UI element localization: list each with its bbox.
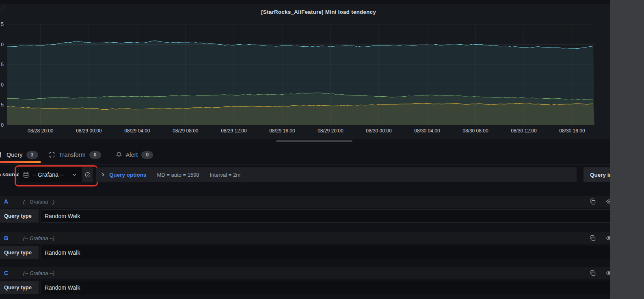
y-axis-tick-label: 5	[0, 102, 4, 108]
panel-title: [StarRocks_AliFeature] Mini load tendenc…	[13, 9, 624, 15]
query-type-label: Query type	[0, 209, 39, 223]
x-axis-tick-label: 08/29 04:00	[124, 128, 150, 134]
query-ref-letter: B	[4, 235, 8, 241]
x-axis-tick-label: 08/30 08:00	[462, 128, 488, 134]
query-options-interval: Interval = 2m	[210, 172, 241, 178]
duplicate-query-icon[interactable]	[590, 270, 596, 276]
x-axis-tick-label: 08/29 08:00	[173, 128, 198, 134]
query-type-label: Query type	[0, 246, 39, 259]
duplicate-query-icon[interactable]	[590, 198, 596, 205]
x-axis-tick-label: 08/30 16:00	[559, 128, 585, 134]
query-row-header-b[interactable]: B (-- Grafana --)	[0, 232, 613, 244]
query-type-select[interactable]: Random Walk	[41, 209, 613, 223]
tab-alert-count-badge: 0	[141, 151, 153, 159]
scrollbar-handle[interactable]	[276, 140, 352, 142]
tab-transform-count-badge: 0	[89, 151, 101, 159]
query-row-header-a[interactable]: A (-- Grafana --)	[0, 196, 613, 208]
query-datasource-text: (-- Grafana --)	[23, 236, 54, 241]
database-icon	[23, 171, 29, 178]
active-tab-underline	[0, 161, 41, 163]
angle-right-icon	[101, 173, 105, 177]
y-axis-tick-label: 0	[0, 42, 4, 48]
time-series-plot[interactable]	[7, 24, 594, 125]
x-axis-tick-label: 08/29 16:00	[269, 128, 295, 134]
side-gray-strip	[610, 0, 644, 299]
datasource-value: -- Grafana --	[32, 171, 64, 178]
tab-alert[interactable]: Alert 0	[111, 145, 158, 164]
panel-corner	[0, 5, 6, 12]
x-axis-tick-label: 08/29 00:00	[76, 128, 102, 134]
x-axis-tick-label: 08/29 12:00	[221, 128, 246, 134]
query-datasource-text: (-- Grafana --)	[23, 199, 54, 205]
datasource-help-button[interactable]: ?	[82, 167, 93, 182]
grafana-panel-editor: [StarRocks_AliFeature] Mini load tendenc…	[0, 0, 644, 299]
question-circle-icon: ?	[85, 171, 91, 178]
datasource-row: Data source -- Grafana -- ?	[0, 167, 610, 182]
query-datasource-text: (-- Grafana --)	[23, 271, 54, 276]
x-axis-tick-label: 08/30 12:00	[511, 128, 536, 134]
datasource-picker[interactable]: -- Grafana --	[19, 167, 81, 182]
x-axis-tick-label: 08/30 00:00	[366, 128, 391, 134]
svg-text:?: ?	[87, 173, 89, 177]
query-type-select[interactable]: Random Walk	[41, 281, 613, 294]
chart-panel: [StarRocks_AliFeature] Mini load tendenc…	[0, 4, 610, 139]
query-editor-section: Data source -- Grafana -- ?	[0, 165, 644, 299]
duplicate-query-icon[interactable]	[590, 235, 596, 241]
query-type-select[interactable]: Random Walk	[41, 246, 613, 259]
editor-tabbar: Query 3 Transform 0 Alert 0	[0, 145, 610, 165]
datasource-label: Data source	[0, 171, 19, 178]
x-axis-tick-label: 08/30 04:00	[414, 128, 440, 134]
query-ref-letter: A	[4, 198, 8, 205]
tab-alert-label: Alert	[126, 152, 138, 158]
query-options-md: MD = auto = 1598	[157, 172, 199, 178]
x-axis-tick-label: 08/29 20:00	[318, 128, 343, 134]
chevron-down-icon	[72, 172, 77, 177]
database-icon	[0, 152, 2, 158]
tab-query-count-badge: 3	[26, 151, 38, 159]
query-row-header-c[interactable]: C (-- Grafana --)	[0, 267, 613, 279]
y-axis-tick-label: 5	[0, 62, 4, 67]
y-axis-tick-label: 0	[0, 82, 4, 88]
y-axis-tick-label: 0	[0, 122, 4, 128]
bell-icon	[116, 152, 122, 158]
transform-icon	[49, 152, 55, 158]
query-ref-letter: C	[4, 270, 8, 276]
query-type-label: Query type	[0, 281, 39, 294]
tab-transform-label: Transform	[59, 152, 86, 158]
y-axis-tick-label: 5	[0, 22, 4, 27]
tab-query[interactable]: Query 3	[0, 145, 41, 164]
query-options-label: Query options	[109, 172, 147, 178]
query-options-bar[interactable]: Query options MD = auto = 1598 Interval …	[96, 167, 577, 182]
tab-transform[interactable]: Transform 0	[44, 145, 106, 164]
tab-query-label: Query	[6, 152, 23, 158]
x-axis-tick-label: 08/28 20:00	[28, 128, 53, 134]
